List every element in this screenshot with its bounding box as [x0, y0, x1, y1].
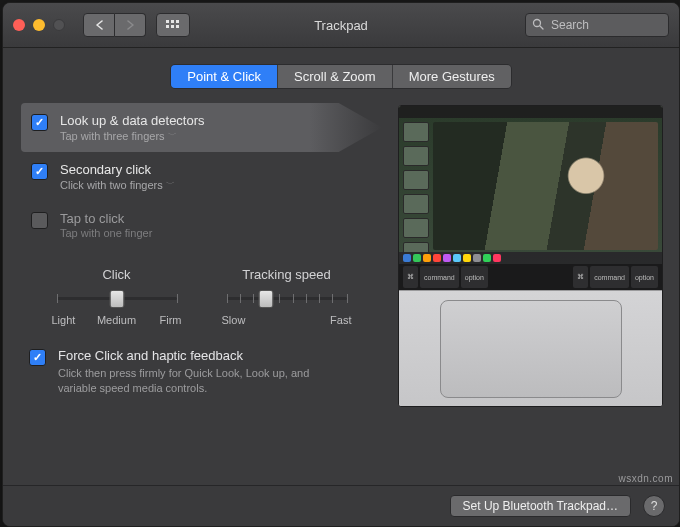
tracking-slider-knob[interactable] — [259, 290, 274, 308]
tap-to-click-subtitle: Tap with one finger — [60, 227, 152, 239]
preview-keyboard-row: ⌘commandoption ⌘commandoption — [399, 264, 662, 290]
footer: Set Up Bluetooth Trackpad… ? — [3, 485, 679, 526]
force-click-checkbox[interactable] — [29, 349, 46, 366]
tab-scroll-and-zoom[interactable]: Scroll & Zoom — [278, 65, 393, 88]
window-controls — [13, 19, 65, 31]
tap-to-click-checkbox[interactable] — [31, 212, 48, 229]
preview-trackpad-area — [399, 290, 662, 406]
content-area: Look up & data detectors Tap with three … — [3, 103, 679, 485]
tracking-speed-slider[interactable] — [227, 288, 347, 308]
sliders-row: Click Light Medium Firm Tr — [21, 267, 382, 326]
force-click-title: Force Click and haptic feedback — [58, 348, 328, 363]
tab-point-and-click[interactable]: Point & Click — [171, 65, 278, 88]
svg-rect-3 — [166, 25, 169, 28]
show-all-button[interactable] — [156, 13, 190, 37]
option-lookup[interactable]: Look up & data detectors Tap with three … — [21, 103, 382, 152]
help-button[interactable]: ? — [643, 495, 665, 517]
secondary-click-title: Secondary click — [60, 162, 175, 177]
click-slider-knob[interactable] — [109, 290, 124, 308]
force-click-row: Force Click and haptic feedback Click th… — [21, 348, 382, 396]
nav-buttons — [83, 13, 146, 37]
minimize-window-button[interactable] — [33, 19, 45, 31]
svg-point-6 — [534, 19, 541, 26]
tab-bar: Point & Click Scroll & Zoom More Gesture… — [3, 64, 679, 89]
svg-rect-5 — [176, 25, 179, 28]
click-slider[interactable] — [57, 288, 177, 308]
zoom-window-button[interactable] — [53, 19, 65, 31]
click-slider-block: Click Light Medium Firm — [52, 267, 182, 326]
forward-button[interactable] — [115, 13, 146, 37]
tracking-slider-ticks: Slow Fast — [222, 314, 352, 326]
back-button[interactable] — [83, 13, 115, 37]
search-field[interactable] — [525, 13, 669, 37]
svg-line-7 — [540, 26, 543, 29]
tab-more-gestures[interactable]: More Gestures — [393, 65, 511, 88]
secondary-click-checkbox[interactable] — [31, 163, 48, 180]
svg-rect-0 — [166, 20, 169, 23]
lookup-subtitle-dropdown[interactable]: Tap with three fingers ﹀ — [60, 129, 205, 142]
preview-column: ⌘commandoption ⌘commandoption — [398, 103, 661, 473]
gesture-preview: ⌘commandoption ⌘commandoption — [398, 105, 663, 407]
tap-to-click-title: Tap to click — [60, 211, 152, 226]
tracking-slider-block: Tracking speed Slow Fast — [222, 267, 352, 326]
lookup-title: Look up & data detectors — [60, 113, 205, 128]
search-icon — [532, 18, 544, 33]
svg-rect-1 — [171, 20, 174, 23]
search-input[interactable] — [549, 17, 662, 33]
toolbar: Trackpad — [3, 3, 679, 48]
click-slider-ticks: Light Medium Firm — [52, 314, 182, 326]
preview-trackpad — [440, 300, 622, 398]
close-window-button[interactable] — [13, 19, 25, 31]
chevron-down-icon: ﹀ — [168, 129, 177, 142]
preview-screen — [399, 106, 662, 264]
force-click-description: Click then press firmly for Quick Look, … — [58, 366, 328, 396]
trackpad-preferences-window: Trackpad Point & Click Scroll & Zoom Mor… — [2, 2, 680, 527]
secondary-click-subtitle-dropdown[interactable]: Click with two fingers ﹀ — [60, 178, 175, 191]
options-column: Look up & data detectors Tap with three … — [21, 103, 382, 473]
svg-rect-2 — [176, 20, 179, 23]
lookup-checkbox[interactable] — [31, 114, 48, 131]
chevron-down-icon: ﹀ — [166, 178, 175, 191]
setup-bluetooth-trackpad-button[interactable]: Set Up Bluetooth Trackpad… — [450, 495, 631, 517]
tracking-slider-label: Tracking speed — [242, 267, 330, 282]
option-secondary-click[interactable]: Secondary click Click with two fingers ﹀ — [21, 152, 382, 201]
click-slider-label: Click — [102, 267, 130, 282]
svg-rect-4 — [171, 25, 174, 28]
option-tap-to-click[interactable]: Tap to click Tap with one finger — [21, 201, 382, 249]
